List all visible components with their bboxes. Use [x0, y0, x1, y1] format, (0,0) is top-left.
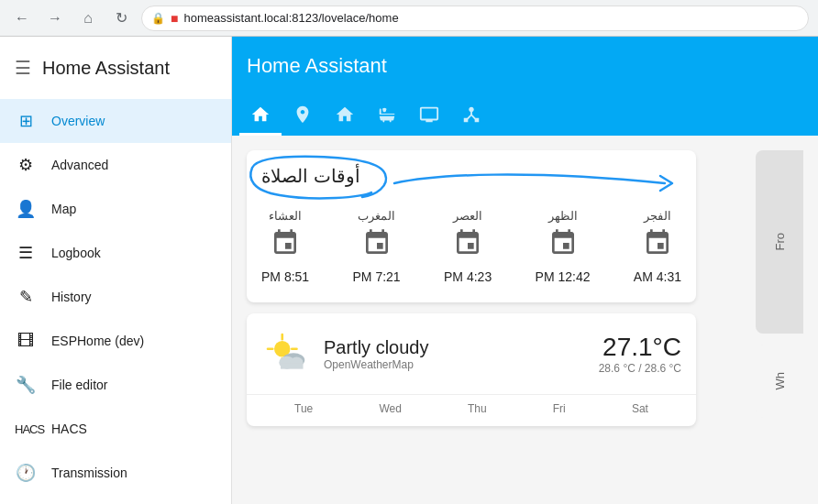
- weather-day-thu: Thu: [468, 402, 487, 415]
- sidebar-item-logbook[interactable]: ☰ Logbook: [0, 231, 231, 275]
- menu-icon[interactable]: ☰: [15, 57, 31, 79]
- sidebar-item-overview[interactable]: ⊞ Overview: [0, 99, 231, 143]
- prayer-card-title: أوقات الصلاة: [261, 165, 360, 187]
- sidebar-label-overview: Overview: [51, 114, 105, 128]
- prayer-value-duhr: 12:42 PM: [536, 269, 591, 284]
- prayer-value-asr: 4:23 PM: [444, 269, 492, 284]
- hacs-icon: HACS: [15, 422, 37, 436]
- prayer-col-asr: العصر 4:23 PM: [444, 209, 492, 284]
- favicon-icon: ■: [171, 11, 178, 26]
- prayer-icon-maghrib: [362, 228, 392, 264]
- refresh-button[interactable]: ↻: [108, 5, 134, 31]
- right-panel-2: Wh: [756, 345, 803, 418]
- prayer-value-fajr: 4:31 AM: [634, 269, 681, 284]
- right-panel-text-1: Fro: [773, 233, 787, 251]
- tab-network[interactable]: [450, 95, 492, 136]
- prayer-icon-isha: [271, 228, 300, 264]
- weather-days-row: Tue Wed Thu Fri Sat: [247, 394, 696, 426]
- map-icon: 👤: [15, 199, 37, 219]
- tab-home[interactable]: [239, 95, 282, 136]
- prayer-icon-duhr: [548, 228, 578, 264]
- lock-icon: 🔒: [151, 12, 165, 25]
- sidebar-nav: ⊞ Overview ⚙ Advanced 👤 Map ☰ Logbook ✎ …: [0, 99, 231, 504]
- url-text: homeassistant.local:8123/lovelace/home: [183, 11, 398, 25]
- weather-day-fri: Fri: [553, 402, 566, 415]
- file-editor-icon: 🔧: [15, 375, 37, 395]
- weather-icon: [261, 328, 313, 379]
- sidebar-label-file-editor: File editor: [51, 378, 107, 392]
- sidebar-app-title: Home Assistant: [42, 58, 170, 79]
- transmission-icon: 🕐: [15, 463, 37, 483]
- right-panel-text-2: Wh: [773, 372, 787, 390]
- prayer-col-duhr: الظهر 12:42 PM: [536, 209, 591, 284]
- prayer-value-maghrib: 7:21 PM: [353, 269, 401, 284]
- prayer-icon-asr: [453, 228, 482, 264]
- prayer-card-body: أوقات الصلاة الفجر: [247, 150, 696, 302]
- prayer-col-isha: العشاء 8:51 PM: [261, 209, 309, 284]
- sidebar-item-map[interactable]: 👤 Map: [0, 187, 231, 231]
- weather-range: 28.6 °C / 28.6 °C: [599, 362, 681, 375]
- weather-day-wed: Wed: [379, 402, 401, 415]
- main-content: Home Assistant: [232, 37, 818, 504]
- sidebar-label-logbook: Logbook: [51, 246, 101, 260]
- sidebar-item-history[interactable]: ✎ History: [0, 275, 231, 319]
- sidebar-label-history: History: [51, 290, 92, 304]
- tab-home2[interactable]: [324, 95, 366, 136]
- logbook-icon: ☰: [15, 243, 37, 263]
- tab-bathtub[interactable]: [366, 95, 408, 136]
- prayer-title-row: أوقات الصلاة: [261, 165, 681, 194]
- top-bar: Home Assistant: [232, 37, 818, 95]
- sidebar-label-advanced: Advanced: [51, 158, 108, 172]
- tab-display[interactable]: [408, 95, 450, 136]
- sidebar-label-hacs: HACS: [51, 422, 87, 436]
- sidebar-label-map: Map: [51, 202, 76, 216]
- home-button[interactable]: ⌂: [75, 5, 101, 31]
- partly-cloudy-icon: [261, 328, 313, 379]
- svg-rect-8: [281, 364, 304, 369]
- sidebar-item-transmission[interactable]: 🕐 Transmission: [0, 451, 231, 495]
- history-icon: ✎: [15, 287, 37, 307]
- prayer-name-maghrib: المغرب: [358, 209, 395, 223]
- weather-info: Partly cloudy OpenWeatherMap: [324, 337, 588, 371]
- weather-temperature: 27.1°C: [599, 333, 681, 362]
- address-bar[interactable]: 🔒 ■ homeassistant.local:8123/lovelace/ho…: [141, 5, 809, 31]
- prayer-name-fajr: الفجر: [644, 209, 671, 223]
- sidebar-item-file-editor[interactable]: 🔧 File editor: [0, 363, 231, 407]
- right-panel-1: Fro: [756, 150, 803, 334]
- annotation-container: أوقات الصلاة: [261, 165, 360, 187]
- weather-day-tue: Tue: [294, 402, 313, 415]
- weather-temp-block: 27.1°C 28.6 °C / 28.6 °C: [599, 333, 681, 375]
- sidebar-item-hacs[interactable]: HACS HACS: [0, 407, 231, 451]
- sidebar-header: ☰ Home Assistant: [0, 37, 231, 99]
- sidebar-item-advanced[interactable]: ⚙ Advanced: [0, 143, 231, 187]
- weather-card: Partly cloudy OpenWeatherMap 27.1°C 28.6…: [247, 313, 696, 426]
- weather-day-sat: Sat: [632, 402, 648, 415]
- page-title: Home Assistant: [247, 54, 803, 78]
- tab-bar: [232, 95, 818, 136]
- prayer-name-asr: العصر: [453, 209, 482, 223]
- tab-person[interactable]: [282, 95, 324, 136]
- top-section: Home Assistant: [232, 37, 818, 136]
- prayer-col-maghrib: المغرب 7:21 PM: [353, 209, 401, 284]
- arrow-annotation: [390, 156, 696, 211]
- overview-icon: ⊞: [15, 111, 37, 131]
- app-layout: ☰ Home Assistant ⊞ Overview ⚙ Advanced 👤…: [0, 37, 818, 504]
- prayer-col-fajr: الفجر 4:31 AM: [634, 209, 681, 284]
- esphome-icon: 🎞: [15, 332, 37, 351]
- prayer-value-isha: 8:51 PM: [261, 269, 309, 284]
- prayer-times-card: أوقات الصلاة الفجر: [247, 150, 696, 302]
- sidebar-label-esphome: ESPHome (dev): [51, 334, 144, 348]
- left-column: أوقات الصلاة الفجر: [247, 150, 745, 489]
- back-button[interactable]: ←: [9, 5, 35, 31]
- advanced-icon: ⚙: [15, 155, 37, 175]
- weather-section: Partly cloudy OpenWeatherMap 27.1°C 28.6…: [247, 313, 696, 394]
- forward-button[interactable]: →: [42, 5, 68, 31]
- prayer-times-grid: الفجر 4:31 AM الظهر: [261, 209, 681, 284]
- sidebar-label-transmission: Transmission: [51, 466, 127, 480]
- right-panels: Fro Wh: [756, 150, 803, 489]
- browser-chrome: ← → ⌂ ↻ 🔒 ■ homeassistant.local:8123/lov…: [0, 0, 818, 37]
- prayer-icon-fajr: [643, 228, 672, 264]
- sidebar-item-esphome[interactable]: 🎞 ESPHome (dev): [0, 319, 231, 363]
- prayer-name-duhr: الظهر: [548, 209, 578, 223]
- weather-condition: Partly cloudy: [324, 337, 588, 358]
